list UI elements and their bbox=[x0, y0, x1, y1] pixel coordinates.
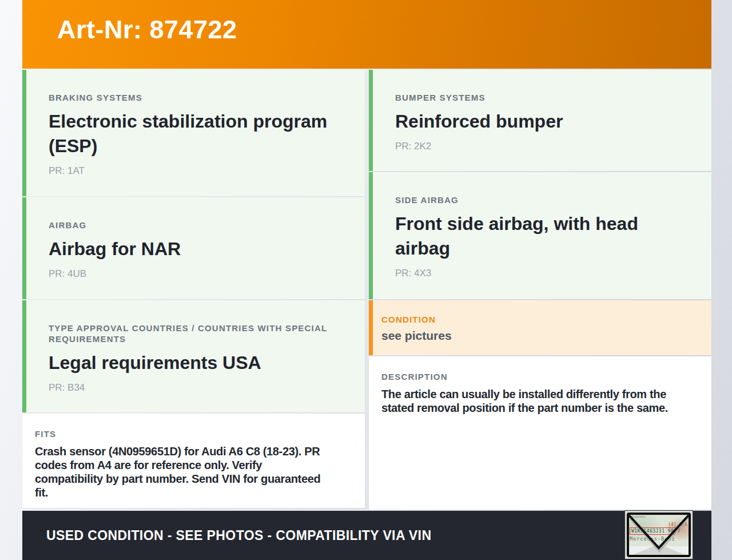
card-title: Legal requirements USA bbox=[49, 351, 331, 375]
card-side-airbag: SIDE AIRBAG Front side airbag, with head… bbox=[369, 172, 711, 299]
card-braking-systems: BRAKING SYSTEMS Electronic stabilization… bbox=[22, 70, 365, 196]
card-condition: CONDITION see pictures bbox=[369, 300, 711, 355]
condition-value: see pictures bbox=[381, 329, 700, 343]
card-title: Reinforced bumper bbox=[395, 109, 677, 134]
card-label: BRAKING SYSTEMS bbox=[49, 92, 331, 103]
pr-code: PR: 4UB bbox=[49, 268, 331, 280]
card-bumper-systems: BUMPER SYSTEMS Reinforced bumper PR: 2K2 bbox=[369, 70, 711, 171]
pr-code: PR: 2K2 bbox=[395, 141, 677, 152]
card-label: SIDE AIRBAG bbox=[395, 194, 677, 205]
page-title: Art-Nr: 874722 bbox=[57, 15, 237, 45]
description-text: The article can usually be installed dif… bbox=[381, 387, 695, 415]
footer-banner-text: USED CONDITION - SEE PHOTOS - COMPATIBIL… bbox=[46, 528, 431, 543]
pr-code: PR: 4X3 bbox=[395, 268, 677, 279]
fits-text: Crash sensor (4N0959651D) for Audi A6 C8… bbox=[35, 444, 349, 499]
registration-document-photo: Fahrgestellnr. |4| A|A W1K71463J31 98 7 … bbox=[625, 511, 693, 559]
condition-label: CONDITION bbox=[381, 314, 700, 325]
fits-label: FITS bbox=[35, 428, 349, 439]
card-type-approval: TYPE APPROVAL COUNTRIES / COUNTRIES WITH… bbox=[22, 300, 365, 412]
card-label: TYPE APPROVAL COUNTRIES / COUNTRIES WITH… bbox=[49, 323, 331, 344]
header-banner: Art-Nr: 874722 bbox=[22, 0, 711, 69]
pr-code: PR: 1AT bbox=[49, 165, 331, 177]
left-column: BRAKING SYSTEMS Electronic stabilization… bbox=[22, 70, 365, 510]
right-column: BUMPER SYSTEMS Reinforced bumper PR: 2K2… bbox=[369, 70, 711, 510]
pr-code: PR: B34 bbox=[49, 382, 331, 394]
card-title: Front side airbag, with head airbag bbox=[395, 212, 677, 261]
card-description: DESCRIPTION The article can usually be i… bbox=[369, 356, 711, 510]
card-fits: FITS Crash sensor (4N0959651D) for Audi … bbox=[22, 414, 365, 508]
card-label: AIRBAG bbox=[49, 220, 331, 231]
card-title: Airbag for NAR bbox=[49, 237, 331, 261]
card-title: Electronic stabilization program (ESP) bbox=[49, 109, 331, 158]
card-label: BUMPER SYSTEMS bbox=[395, 92, 677, 103]
content-columns: BRAKING SYSTEMS Electronic stabilization… bbox=[22, 70, 711, 510]
description-label: DESCRIPTION bbox=[381, 371, 695, 382]
card-airbag: AIRBAG Airbag for NAR PR: 4UB bbox=[22, 197, 365, 299]
listing-page: Art-Nr: 874722 BRAKING SYSTEMS Electroni… bbox=[22, 0, 711, 560]
footer-banner: USED CONDITION - SEE PHOTOS - COMPATIBIL… bbox=[22, 511, 711, 560]
